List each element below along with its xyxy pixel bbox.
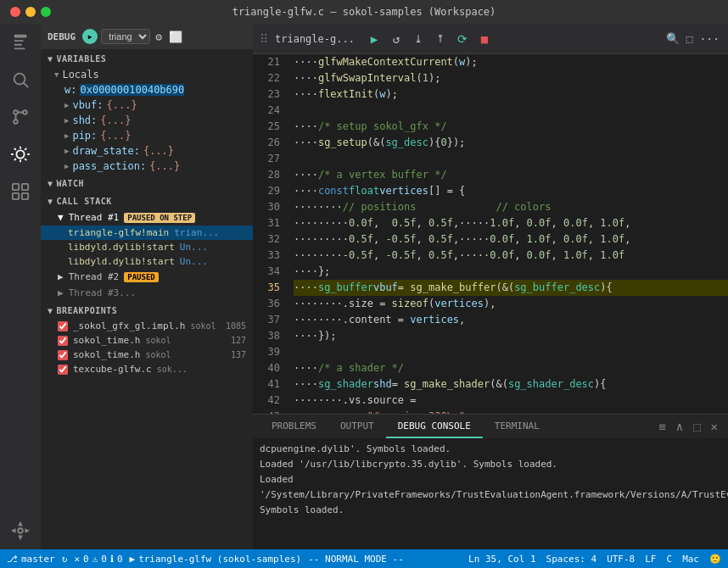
frame-main[interactable]: triangle-glfw!main trian...: [41, 226, 253, 240]
activity-icon-search[interactable]: [8, 68, 32, 92]
breakpoints-arrow: ▼: [48, 306, 53, 315]
debug-config-select[interactable]: triang: [101, 29, 150, 44]
split-editor-icon[interactable]: ⬚: [685, 31, 695, 47]
locals-group[interactable]: ▼ Locals: [41, 67, 253, 82]
debug-play-button[interactable]: ▶: [82, 29, 98, 44]
step-into-button[interactable]: ⤓: [409, 30, 428, 48]
variable-w[interactable]: w: 0x00000010040b690: [41, 82, 253, 97]
variable-shd[interactable]: ▶ shd: {...}: [41, 113, 253, 128]
pip-arrow: ▶: [64, 131, 69, 140]
spaces-info[interactable]: Spaces: 4: [546, 554, 597, 565]
thread1-name: Thread #1: [69, 212, 120, 223]
encoding-info[interactable]: UTF-8: [607, 554, 635, 565]
status-errors[interactable]: ✕ 0 ⚠ 0 ℹ 0: [74, 554, 122, 565]
maximize-button[interactable]: [41, 7, 51, 17]
status-sync[interactable]: ↻: [62, 554, 68, 565]
bp4-detail: sok...: [157, 365, 188, 374]
variables-label: VARIABLES: [57, 54, 107, 64]
variable-pip[interactable]: ▶ pip: {...}: [41, 128, 253, 143]
tab-terminal[interactable]: TERMINAL: [483, 415, 552, 438]
thread-1[interactable]: ▼ Thread #1 PAUSED ON STEP: [41, 209, 253, 226]
panel-split-icon[interactable]: ⬚: [690, 418, 703, 435]
stop-button[interactable]: ■: [475, 30, 494, 48]
breakpoint-3[interactable]: sokol_time.h sokol 137: [41, 348, 253, 362]
step-out-button[interactable]: ⤒: [431, 30, 450, 48]
watch-section-header[interactable]: ▼ WATCH: [41, 174, 253, 192]
thread-2[interactable]: ▶ Thread #2 PAUSED: [41, 269, 253, 285]
thread2-name: Thread #2: [69, 271, 120, 282]
status-branch[interactable]: ⎇ master: [7, 554, 55, 565]
panel-up-icon[interactable]: ∧: [673, 418, 686, 435]
warning-count: 0: [101, 554, 107, 565]
language-info[interactable]: C: [667, 554, 673, 565]
window-controls[interactable]: [10, 7, 51, 17]
activity-icon-settings[interactable]: [8, 519, 32, 543]
bp1-checkbox[interactable]: [58, 321, 68, 331]
code-line-43: ············"#version 330\n": [294, 409, 728, 414]
var-name-draw-state: draw_state:: [72, 145, 139, 157]
breakpoints-section-header[interactable]: ▼ BREAKPOINTS: [41, 301, 253, 319]
panel-close-icon[interactable]: ✕: [708, 418, 721, 435]
tab-debug-console[interactable]: DEBUG CONSOLE: [386, 415, 483, 438]
bp2-line: 127: [231, 336, 246, 345]
info-count: 0: [117, 554, 123, 565]
activity-icon-extensions[interactable]: [8, 180, 32, 203]
frame-file-main: trian...: [174, 227, 219, 238]
thread-3[interactable]: ▶ Thread #3...: [41, 285, 253, 301]
callstack-section-header[interactable]: ▼ CALL STACK: [41, 192, 253, 209]
activity-icon-explorer[interactable]: [8, 31, 32, 54]
minimize-button[interactable]: [25, 7, 36, 17]
code-content: ····glfwMakeContextCurrent(w); ····glfwS…: [287, 54, 728, 414]
watch-arrow: ▼: [48, 179, 53, 188]
line-ending-info[interactable]: LF: [645, 554, 656, 565]
more-actions-icon[interactable]: ···: [698, 31, 721, 47]
close-button[interactable]: [10, 7, 20, 17]
svg-rect-13: [22, 193, 28, 199]
step-over-button[interactable]: ↺: [387, 30, 406, 48]
bp4-file: texcube-glfw.c: [73, 364, 152, 375]
search-editor-icon[interactable]: 🔍: [664, 31, 681, 47]
draw-state-arrow: ▶: [64, 147, 69, 155]
svg-line-5: [24, 83, 28, 87]
cursor-position[interactable]: Ln 35, Col 1: [468, 554, 535, 565]
restart-button[interactable]: ⟳: [453, 30, 472, 48]
breakpoint-4[interactable]: texcube-glfw.c sok...: [41, 362, 253, 376]
frame-start-1[interactable]: libdyld.dylib!start Un...: [41, 240, 253, 254]
bp4-checkbox[interactable]: [58, 365, 68, 375]
debug-label: DEBUG: [48, 31, 76, 42]
tab-problems[interactable]: PROBLEMS: [260, 415, 328, 438]
frame-name-main: triangle-glfw!main: [68, 227, 169, 238]
debug-play-icon: ▶: [130, 554, 136, 565]
bp3-detail: sokol: [145, 350, 171, 359]
feedback-icon[interactable]: 🙂: [709, 554, 721, 565]
code-line-25: ····/* setup sokol_gfx */: [294, 119, 728, 135]
panel-filter-icon[interactable]: ≡: [655, 418, 669, 435]
code-line-36: ········.size = sizeof(vertices),: [294, 296, 728, 312]
variable-pass-action[interactable]: ▶ pass_action: {...}: [41, 159, 253, 174]
bp2-checkbox[interactable]: [58, 336, 68, 346]
code-line-21: ····glfwMakeContextCurrent(w);: [294, 54, 728, 70]
activity-icon-git[interactable]: [8, 105, 32, 129]
breakpoint-1[interactable]: _sokol_gfx_gl.impl.h sokol 1085: [41, 319, 253, 333]
branch-name: master: [21, 554, 55, 565]
watch-label: WATCH: [57, 179, 85, 188]
tab-output[interactable]: OUTPUT: [328, 415, 386, 438]
error-icon: ✕: [74, 554, 80, 565]
variable-vbuf[interactable]: ▶ vbuf: {...}: [41, 97, 253, 113]
frame-start-2[interactable]: libdyld.dylib!start Un...: [41, 254, 253, 269]
sidebar: DEBUG ▶ triang ⚙ ⬜ ▼ VARIABLES ▼ Locals …: [41, 24, 253, 549]
debug-console-icon[interactable]: ⬜: [167, 29, 184, 45]
os-info[interactable]: Mac: [682, 554, 699, 565]
debug-settings-icon[interactable]: ⚙: [154, 29, 164, 45]
variables-section-header[interactable]: ▼ VARIABLES: [41, 49, 253, 67]
svg-point-6: [14, 120, 18, 124]
continue-button[interactable]: ▶: [365, 30, 384, 48]
bp3-checkbox[interactable]: [58, 350, 68, 360]
activity-icon-debug[interactable]: [8, 142, 32, 166]
status-debug-session[interactable]: ▶ triangle-glfw (sokol-samples): [130, 554, 302, 565]
debug-session-name: triangle-glfw (sokol-samples): [138, 554, 301, 565]
bp3-line: 137: [231, 350, 246, 359]
breakpoint-2[interactable]: sokol_time.h sokol 127: [41, 333, 253, 348]
code-line-28: ····/* a vertex buffer */: [294, 167, 728, 183]
variable-draw-state[interactable]: ▶ draw_state: {...}: [41, 143, 253, 159]
